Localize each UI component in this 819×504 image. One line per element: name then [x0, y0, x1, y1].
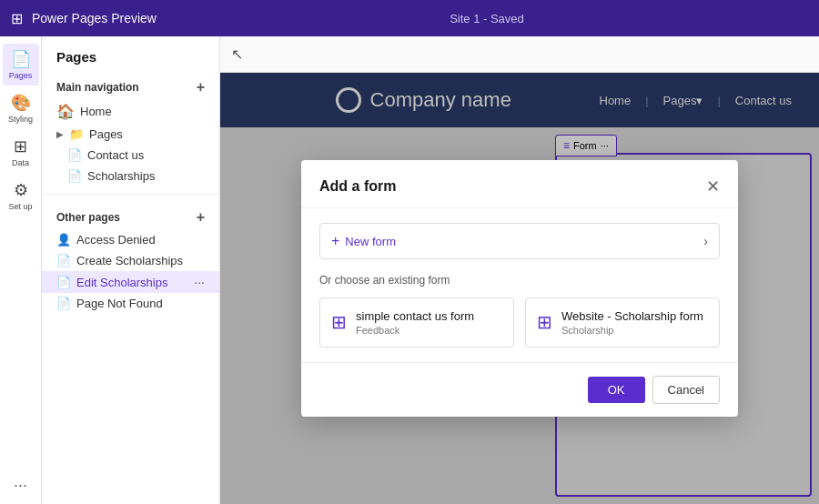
site-status: Site 1 - Saved — [166, 12, 808, 25]
form-card-website-scholarship[interactable]: ⊞ Website - Scholarship form Scholarship — [525, 297, 720, 348]
divider — [42, 194, 219, 195]
nav-item-scholarships[interactable]: 📄 Scholarships — [42, 166, 219, 186]
pages-panel: Pages Main navigation + 🏠 Home ▶ 📁 Pages… — [42, 36, 220, 504]
new-form-label: New form — [345, 235, 396, 248]
page-icon-create-scholarships: 📄 — [56, 254, 71, 267]
nav-home-label: Home — [80, 105, 112, 118]
main-content: ↖ Company name Home | Pages▾ | Contact u… — [220, 36, 819, 504]
modal-backdrop: Add a form ✕ + New form › Or choose an — [220, 73, 819, 504]
nav-contact-label: Contact us — [87, 148, 144, 162]
nav-create-scholarships-label: Create Scholarships — [76, 254, 183, 267]
form-card-simple-contact[interactable]: ⊞ simple contact us form Feedback — [319, 297, 514, 348]
page-icon-edit-scholarships: 📄 — [56, 276, 71, 289]
icon-sidebar: 📄 Pages 🎨 Styling ⊞ Data ⚙ Set up ··· — [0, 36, 42, 504]
nav-pages-label: Pages — [89, 127, 123, 141]
more-icon[interactable]: ··· — [14, 476, 27, 495]
form-cards: ⊞ simple contact us form Feedback ⊞ — [319, 297, 720, 348]
other-pages-header: Other pages + — [42, 202, 219, 229]
modal-close-button[interactable]: ✕ — [706, 176, 720, 197]
form-card-info-2: Website - Scholarship form Scholarship — [561, 309, 703, 336]
form-card-name-1: simple contact us form — [356, 309, 474, 323]
sidebar-item-styling[interactable]: 🎨 Styling — [3, 87, 39, 129]
form-card-info-1: simple contact us form Feedback — [356, 309, 474, 336]
pages-panel-title: Pages — [42, 36, 219, 72]
setup-label: Set up — [8, 202, 32, 211]
main-navigation-header: Main navigation + — [42, 72, 219, 99]
nav-access-denied-label: Access Denied — [76, 233, 156, 247]
nav-page-not-found-label: Page Not Found — [76, 297, 163, 310]
pages-icon: 📄 — [11, 49, 31, 69]
chevron-right-icon: › — [703, 234, 708, 248]
modal-footer: OK Cancel — [301, 362, 738, 417]
nav-item-pages[interactable]: ▶ 📁 Pages — [42, 124, 219, 145]
pages-label: Pages — [9, 71, 33, 80]
setup-icon: ⚙ — [14, 180, 28, 200]
form-card-sub-1: Feedback — [356, 325, 474, 336]
page-icon-contact: 📄 — [67, 148, 82, 162]
modal-header: Add a form ✕ — [301, 160, 738, 208]
nav-scholarships-label: Scholarships — [87, 169, 155, 183]
topbar: ⊞ Power Pages Preview Site 1 - Saved — [0, 0, 819, 36]
page-icon-scholarships: 📄 — [67, 169, 82, 183]
nav-item-home[interactable]: 🏠 Home — [42, 99, 219, 124]
plus-icon: + — [331, 233, 339, 249]
grid-icon: ⊞ — [11, 10, 23, 27]
or-choose-label: Or choose an existing form — [319, 274, 720, 287]
modal-title: Add a form — [319, 178, 396, 195]
page-icon-not-found: 📄 — [56, 297, 71, 310]
add-other-page-button[interactable]: + — [197, 209, 205, 226]
diagonal-arrow-icon[interactable]: ↖ — [231, 45, 243, 63]
data-label: Data — [12, 158, 29, 167]
styling-icon: 🎨 — [11, 93, 31, 113]
nav-edit-scholarships-label: Edit Scholarships — [76, 276, 167, 289]
nav-item-access-denied[interactable]: 👤 Access Denied — [42, 229, 219, 250]
folder-icon: 📁 — [69, 127, 84, 141]
app-title: Power Pages Preview — [32, 11, 157, 25]
main-toolbar: ↖ — [220, 36, 819, 73]
new-form-left: + New form — [331, 233, 396, 249]
form-card-name-2: Website - Scholarship form — [561, 309, 703, 323]
styling-label: Styling — [8, 115, 33, 124]
nav-item-contact-us[interactable]: 📄 Contact us — [42, 145, 219, 166]
form-card-sub-2: Scholarship — [561, 325, 703, 336]
ok-button[interactable]: OK — [588, 377, 645, 403]
preview-area: Company name Home | Pages▾ | Contact us … — [220, 73, 819, 504]
person-icon: 👤 — [56, 233, 71, 247]
nav-item-page-not-found[interactable]: 📄 Page Not Found — [42, 293, 219, 314]
more-options-icon[interactable]: ··· — [194, 275, 205, 289]
main-layout: 📄 Pages 🎨 Styling ⊞ Data ⚙ Set up ··· Pa… — [0, 36, 819, 504]
add-form-modal: Add a form ✕ + New form › Or choose an — [301, 160, 738, 417]
sidebar-item-pages[interactable]: 📄 Pages — [3, 44, 39, 86]
sidebar-item-data[interactable]: ⊞ Data — [3, 131, 39, 173]
main-navigation-label: Main navigation — [56, 81, 139, 94]
nav-item-edit-scholarships[interactable]: 📄 Edit Scholarships ··· — [42, 271, 219, 293]
home-icon: 🏠 — [56, 103, 75, 120]
add-main-nav-button[interactable]: + — [197, 79, 205, 96]
chevron-right-icon: ▶ — [56, 129, 64, 139]
form-card-icon-1: ⊞ — [331, 311, 347, 333]
form-card-icon-2: ⊞ — [537, 311, 552, 333]
data-icon: ⊞ — [14, 136, 27, 156]
new-form-button[interactable]: + New form › — [319, 223, 720, 259]
cancel-button[interactable]: Cancel — [652, 376, 720, 404]
sidebar-item-setup[interactable]: ⚙ Set up — [3, 175, 39, 217]
nav-item-create-scholarships[interactable]: 📄 Create Scholarships — [42, 250, 219, 271]
other-pages-label: Other pages — [56, 211, 120, 224]
modal-body: + New form › Or choose an existing form … — [301, 208, 738, 362]
